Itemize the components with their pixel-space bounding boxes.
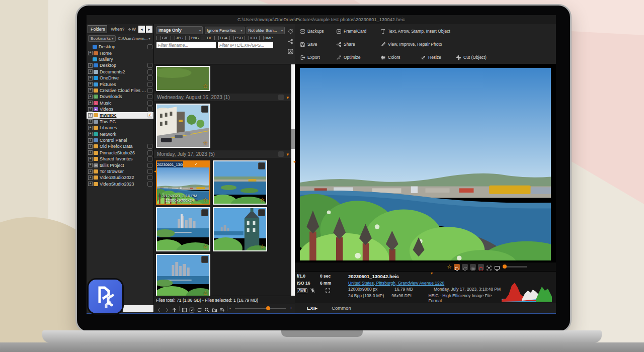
thumbnail[interactable]: ☆	[156, 104, 210, 148]
format-filter-psd[interactable]: PSD	[229, 36, 243, 40]
tree-item-onedrive[interactable]: +OneDrive	[87, 75, 153, 81]
up-icon[interactable]	[172, 306, 177, 311]
viewer-zoom-handle[interactable]	[503, 265, 507, 269]
expand-toggle-icon[interactable]: +	[88, 169, 93, 174]
viewer-zoom-slider[interactable]	[504, 266, 527, 268]
star-icon[interactable]: ☆	[203, 197, 208, 203]
tree-item-libraries[interactable]: +Libraries	[87, 125, 153, 131]
sidebar-hscrollbar[interactable]	[123, 305, 153, 312]
tree-item-checkbox[interactable]	[147, 94, 152, 99]
refresh-icon[interactable]	[288, 27, 293, 33]
thumbnail[interactable]: ☆	[156, 254, 210, 296]
tree-item-checkbox[interactable]: ✓	[147, 113, 152, 118]
thumbnail-checkbox[interactable]	[258, 162, 265, 169]
tab-common[interactable]: Common	[332, 305, 351, 311]
expand-toggle-icon[interactable]: +	[88, 82, 93, 86]
backups-button[interactable]: Backups	[300, 29, 336, 34]
expand-toggle-icon[interactable]: +	[88, 132, 93, 136]
tab-exif[interactable]: EXIF	[307, 305, 317, 311]
thumbnail-checkbox[interactable]	[258, 209, 265, 216]
sort-icon[interactable]	[219, 306, 225, 311]
format-checkbox[interactable]	[201, 36, 205, 40]
expand-toggle-icon[interactable]: +	[88, 144, 93, 149]
expand-toggle-icon[interactable]: +	[88, 88, 93, 93]
tree-item-checkbox[interactable]	[147, 156, 152, 161]
group-checkbox[interactable]	[278, 151, 284, 157]
tab-where[interactable]: W	[127, 26, 137, 33]
tree-item-downloads[interactable]: +↓Downloads	[87, 94, 153, 100]
tree-item-shared-favorites[interactable]: +Shared favorites	[87, 156, 153, 162]
back-icon[interactable]	[156, 306, 162, 311]
tree-item-pinnaclestudio26[interactable]: +PinnacleStudio26	[87, 150, 153, 156]
expand-toggle-icon[interactable]: +	[88, 126, 93, 130]
star-icon[interactable]: ☆	[203, 243, 208, 250]
frame-card-button[interactable]: Frame/Card	[336, 29, 380, 34]
favorite-star-icon[interactable]: ☆	[447, 263, 452, 270]
thumbnail[interactable]: ☆	[213, 207, 267, 251]
date-group-header[interactable]: Monday, July 17, 2023 (5)▾	[154, 150, 291, 158]
photo-canvas[interactable]: ●	[295, 64, 556, 262]
expand-toggle-icon[interactable]: +	[88, 107, 93, 112]
expand-toggle-icon[interactable]: +	[88, 95, 93, 99]
resize-button[interactable]: Resize	[421, 55, 456, 60]
thumbnail[interactable]: ☆	[156, 66, 210, 91]
group-checkbox[interactable]	[278, 95, 284, 100]
current-path-dropdown[interactable]: C:\Users\mwm... ▾	[118, 36, 150, 41]
tree-item-control-panel[interactable]: +Control Panel	[87, 137, 153, 143]
fit-screen-icon[interactable]	[494, 264, 500, 270]
export-button[interactable]: Export	[300, 55, 336, 60]
format-filter-tga[interactable]: TGA	[214, 36, 227, 40]
zoom-out-label[interactable]: -	[229, 306, 231, 311]
bookmarks-dropdown[interactable]: Bookmarks ▾	[88, 35, 116, 42]
tree-item-network[interactable]: +Network	[87, 131, 153, 137]
chevron-down-icon[interactable]: ▾	[286, 152, 289, 157]
tree-item-mwmpc[interactable]: +mwmpc✓	[87, 112, 153, 118]
colors-button[interactable]: Colors	[380, 55, 421, 60]
thumbnail-checkbox[interactable]	[201, 209, 208, 216]
format-filter-tif[interactable]: TIF	[201, 36, 212, 40]
expand-toggle-icon[interactable]: +	[88, 101, 93, 105]
tree-item-old-firefox-data[interactable]: +Old Firefox Data	[87, 143, 153, 149]
tree-item-creative-cloud-files-person-[interactable]: +Creative Cloud Files Person...	[87, 87, 153, 94]
tree-item-videos[interactable]: +▸Videos	[87, 106, 153, 112]
tree-item-checkbox[interactable]	[147, 75, 152, 80]
star-icon[interactable]: ☆	[260, 197, 265, 203]
expand-toggle-icon[interactable]: +	[88, 150, 93, 155]
expand-toggle-icon[interactable]: +	[88, 51, 93, 55]
expand-toggle-icon[interactable]: +	[88, 76, 93, 80]
expand-toggle-icon[interactable]: +	[88, 175, 93, 180]
chevron-down-icon[interactable]: ▾	[286, 95, 289, 100]
format-checkbox[interactable]	[245, 36, 249, 40]
cut-object--button[interactable]: Cut (Object)	[456, 55, 487, 60]
tree-item-checkbox[interactable]	[147, 169, 152, 174]
tree-item-home[interactable]: +Home	[87, 50, 153, 56]
tree-item-checkbox[interactable]	[147, 69, 152, 74]
thumbnail[interactable]: ☆	[213, 160, 267, 205]
tab-when[interactable]: When?	[108, 26, 126, 33]
format-filter-png[interactable]: PNG	[185, 36, 199, 40]
format-checkbox[interactable]	[156, 36, 161, 40]
tree-item-checkbox[interactable]	[147, 63, 152, 68]
format-checkbox[interactable]	[171, 36, 175, 40]
select-check-icon[interactable]	[189, 306, 195, 311]
thumbnail-scrollbar[interactable]	[291, 64, 295, 296]
tree-item-gallery[interactable]: Gallery	[87, 56, 153, 62]
zoom-search-icon[interactable]	[204, 306, 210, 311]
format-checkbox[interactable]	[259, 36, 264, 40]
thumbnail[interactable]: ☆	[156, 207, 210, 251]
star-icon[interactable]: ☆	[260, 243, 265, 250]
nav-back-button[interactable]: ◂	[138, 26, 145, 33]
format-checkbox[interactable]	[229, 36, 234, 40]
tree-item-checkbox[interactable]	[147, 44, 152, 49]
expand-toggle-icon[interactable]: +	[88, 113, 93, 118]
filter-favorites-dropdown[interactable]: Ignore Favorites▾	[205, 27, 244, 34]
rotate-left-icon[interactable]	[454, 264, 460, 270]
tree-item-checkbox[interactable]	[147, 144, 152, 149]
expand-toggle-icon[interactable]: +	[88, 157, 93, 161]
tree-item-checkbox[interactable]	[147, 175, 152, 180]
tree-item-videostudio2022[interactable]: +VideoStudio2022	[87, 174, 153, 181]
panel-toggle-icon[interactable]	[182, 306, 187, 311]
tree-item-checkbox[interactable]	[147, 107, 152, 112]
tree-item-desktop[interactable]: Desktop	[87, 44, 153, 50]
zoom-in-label[interactable]: +	[290, 306, 292, 311]
